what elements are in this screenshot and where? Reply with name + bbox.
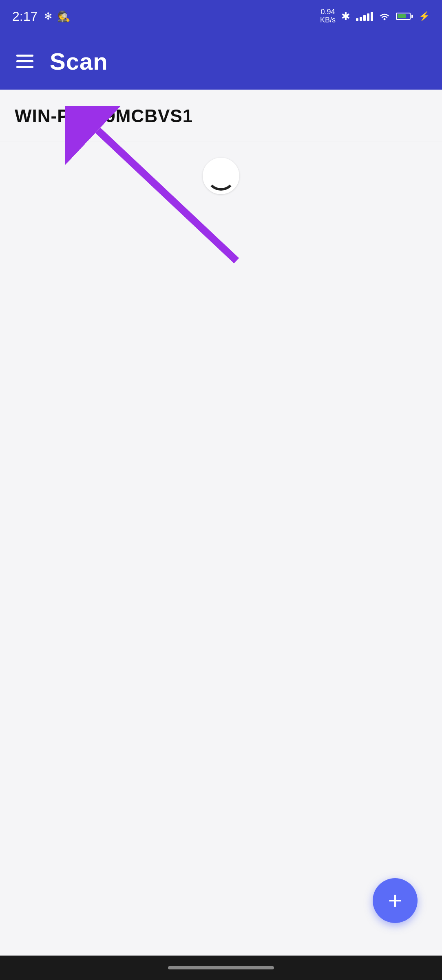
device-name-row[interactable]: WIN-PAR89MCBVS1 [0, 90, 442, 141]
loading-spinner-area [0, 141, 442, 194]
signal-bars-icon [356, 12, 373, 21]
home-indicator [168, 966, 274, 969]
battery-icon [396, 13, 413, 20]
status-time: 2:17 [12, 9, 38, 24]
status-right: 0.94KB/s ✱ ⚡ [320, 8, 430, 24]
wifi-icon [379, 12, 390, 20]
app-bar: Scan [0, 33, 442, 90]
status-icons-left: ✻ 🕵 [44, 10, 70, 23]
bottom-navigation-bar [0, 956, 442, 980]
loading-spinner [206, 161, 236, 191]
add-fab-button[interactable]: + [373, 878, 418, 923]
main-content: WIN-PAR89MCBVS1 + [0, 90, 442, 956]
add-icon: + [388, 888, 402, 913]
satellite-icon: ✻ [44, 11, 52, 22]
device-name: WIN-PAR89MCBVS1 [15, 106, 193, 126]
page-title: Scan [50, 48, 108, 75]
data-speed: 0.94KB/s [320, 8, 336, 24]
hamburger-menu-button[interactable] [16, 55, 33, 68]
charging-icon: ⚡ [419, 11, 430, 22]
svg-point-0 [384, 18, 386, 20]
bluetooth-icon: ✱ [341, 10, 350, 23]
status-bar: 2:17 ✻ 🕵 0.94KB/s ✱ [0, 0, 442, 33]
status-left: 2:17 ✻ 🕵 [12, 9, 70, 24]
spinner-container [203, 158, 239, 194]
debug-icon: 🕵 [57, 10, 70, 23]
